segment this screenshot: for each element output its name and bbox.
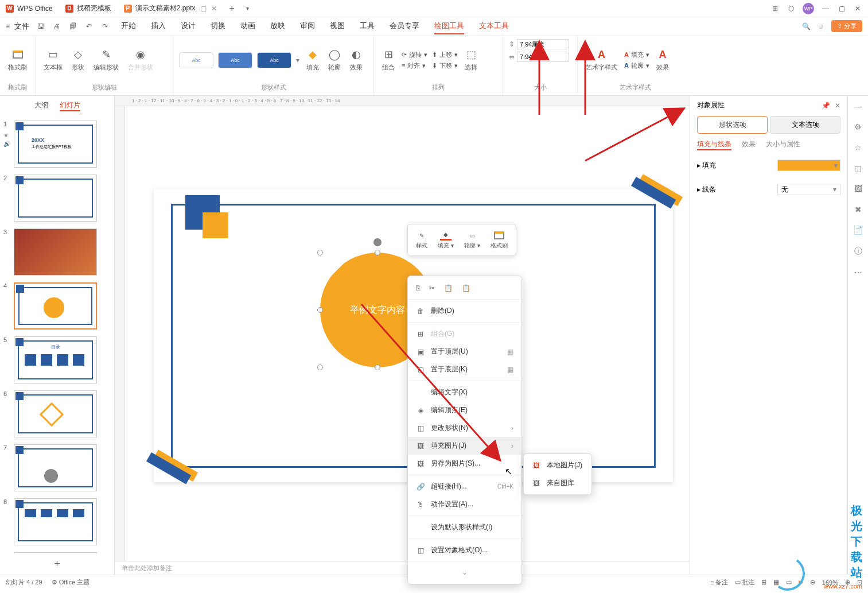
app-tab-template[interactable]: D找稻壳模板: [60, 1, 117, 15]
panel-icon[interactable]: ◫: [854, 164, 862, 173]
user-avatar[interactable]: WP: [803, 3, 814, 14]
sel-handle-tc[interactable]: [375, 250, 380, 255]
new-tab-button[interactable]: +: [224, 1, 240, 16]
text-outline-button[interactable]: A 轮廓 ▾: [624, 61, 649, 70]
tab-tools[interactable]: 工具: [360, 18, 375, 34]
notes-bar[interactable]: 单击此处添加备注: [115, 561, 690, 575]
share-button[interactable]: ⇪ 分享: [831, 20, 862, 32]
comments-toggle[interactable]: ▭ 批注: [735, 578, 754, 587]
format-painter-button[interactable]: 格式刷: [6, 46, 29, 74]
tab-drop-icon[interactable]: ▾: [240, 3, 255, 14]
paste-icon[interactable]: 📋: [444, 284, 453, 292]
submenu-local[interactable]: 🖼本地图片(J): [524, 456, 591, 474]
float-fill-button[interactable]: ◆填充 ▾: [433, 228, 458, 252]
horizontal-ruler[interactable]: 1 · 2 · 1 · 12 · 11 · 10 · 9 · 8 · 7 · 6…: [115, 96, 690, 106]
select-button[interactable]: ⬚选择: [462, 46, 480, 74]
fill-color-swatch[interactable]: ▾: [777, 160, 840, 171]
notes-toggle[interactable]: ≡ 备注: [710, 578, 727, 587]
thumb-1[interactable]: 20XX工作总结汇报PPT模板: [14, 121, 97, 168]
sel-handle-bc[interactable]: [375, 365, 380, 370]
group-button[interactable]: ⊞组合: [380, 46, 397, 74]
prop-tab-text[interactable]: 文本选项: [770, 116, 840, 134]
shape-preset-3[interactable]: Abc: [257, 52, 291, 68]
vertical-ruler[interactable]: [115, 106, 125, 561]
submenu-library[interactable]: 🖼来自图库: [524, 474, 591, 492]
thumb-4[interactable]: [14, 282, 97, 330]
prop-line-row[interactable]: ▸ 线条无▾: [697, 180, 840, 199]
thumb-2[interactable]: [14, 175, 97, 222]
cube-icon[interactable]: ⬡: [787, 4, 796, 13]
collapse-icon[interactable]: —: [854, 102, 862, 111]
save-icon[interactable]: 🖫: [36, 22, 45, 30]
tab-transition[interactable]: 切换: [211, 18, 225, 34]
text-fill-button[interactable]: A 填充 ▾: [624, 51, 649, 59]
prop-tab-shape[interactable]: 形状选项: [697, 116, 768, 134]
tab-design[interactable]: 设计: [181, 18, 196, 34]
preset-more-icon[interactable]: ▾: [296, 56, 299, 64]
info-icon[interactable]: ⓘ: [854, 246, 862, 257]
tab-animation[interactable]: 动画: [240, 18, 255, 34]
tab-slideshow[interactable]: 放映: [270, 18, 285, 34]
paste-special-icon[interactable]: 📋: [462, 284, 470, 292]
cut-icon[interactable]: ✂: [429, 284, 435, 292]
float-outline-button[interactable]: ▭轮廓 ▾: [460, 228, 485, 252]
ctx-delete[interactable]: 🗑删除(D): [408, 302, 521, 320]
outline-tab[interactable]: 大纲: [34, 100, 48, 111]
apps-icon[interactable]: ⊞: [770, 4, 780, 13]
ctx-more[interactable]: ⌄: [408, 564, 521, 580]
ctx-format-object[interactable]: ◫设置对象格式(O)...: [408, 541, 521, 559]
thumb-9[interactable]: [14, 552, 97, 553]
rotation-handle[interactable]: [373, 238, 382, 246]
pin-icon[interactable]: 📌: [822, 102, 830, 110]
theme-indicator[interactable]: ⚙ Office 主题: [52, 578, 90, 587]
ctx-send-back[interactable]: ▢置于底层(K)▦: [408, 361, 521, 378]
close-tab-icon[interactable]: ✕: [211, 5, 217, 13]
height-input[interactable]: [517, 39, 569, 49]
tab-text-tools[interactable]: 文本工具: [479, 18, 509, 34]
merge-shape-button[interactable]: ◉合并形状: [126, 46, 155, 74]
prop-sub-size[interactable]: 大小与属性: [766, 139, 800, 150]
float-format-painter[interactable]: 格式刷: [486, 228, 512, 252]
text-effect-button[interactable]: A效果: [654, 46, 671, 74]
edit-shape-button[interactable]: ✎编辑形状: [91, 46, 121, 74]
file-menu[interactable]: 文件: [14, 21, 29, 32]
tab-member[interactable]: 会员专享: [390, 18, 419, 34]
zoom-out[interactable]: ⊖: [810, 579, 815, 586]
app-tab-wps[interactable]: WWPS Office: [0, 2, 59, 15]
sel-handle-tl[interactable]: [317, 250, 323, 255]
align-button[interactable]: ≡ 对齐 ▾: [402, 61, 427, 70]
undo-icon[interactable]: ↶: [84, 22, 94, 30]
thumb-6[interactable]: [14, 390, 97, 437]
fill-button[interactable]: ◆填充: [304, 46, 321, 74]
shape-button[interactable]: ◇形状: [69, 46, 87, 74]
tab-review[interactable]: 审阅: [300, 18, 315, 34]
copy-icon[interactable]: ⎘: [416, 284, 420, 292]
effect-button[interactable]: ◐效果: [348, 46, 365, 74]
wordart-button[interactable]: A艺术字样式: [583, 46, 620, 74]
prop-sub-effect[interactable]: 效果: [742, 139, 756, 150]
smile-icon[interactable]: ☺: [818, 22, 824, 30]
ctx-action-settings[interactable]: 🖱动作设置(A)...: [408, 495, 521, 513]
settings-icon[interactable]: ⚙: [854, 122, 862, 131]
shape-preset-1[interactable]: Abc: [179, 52, 213, 68]
shape-preset-2[interactable]: Abc: [218, 52, 252, 68]
thumb-3[interactable]: [14, 228, 97, 276]
ctx-hyperlink[interactable]: 🔗超链接(H)...Ctrl+K: [408, 478, 521, 495]
ctx-set-default[interactable]: 设为默认形状样式(I): [408, 518, 521, 536]
thumbnails-list[interactable]: 1★🔊20XX工作总结汇报PPT模板 2 3 4 5目录 6 7 8 9: [0, 116, 114, 553]
redo-icon[interactable]: ↷: [100, 22, 110, 30]
textbox-button[interactable]: ▭文本框: [41, 46, 65, 74]
tools-icon[interactable]: ✖: [855, 205, 862, 214]
preview-icon[interactable]: 🗐: [68, 22, 77, 30]
image-icon[interactable]: 🖼: [854, 184, 862, 193]
thumb-5[interactable]: 目录: [14, 336, 97, 383]
prop-fill-row[interactable]: ▸ 填充▾: [697, 156, 840, 175]
minimize-button[interactable]: —: [821, 4, 830, 13]
maximize-button[interactable]: ▢: [837, 4, 846, 13]
app-tab-document[interactable]: P演示文稿素材2.pptx▢✕: [118, 1, 223, 15]
sel-handle-ml[interactable]: [317, 307, 323, 313]
hamburger-icon[interactable]: ≡: [6, 22, 10, 30]
slides-tab[interactable]: 幻灯片: [60, 100, 80, 111]
print-icon[interactable]: 🖨: [52, 22, 61, 30]
width-input[interactable]: [517, 52, 569, 62]
